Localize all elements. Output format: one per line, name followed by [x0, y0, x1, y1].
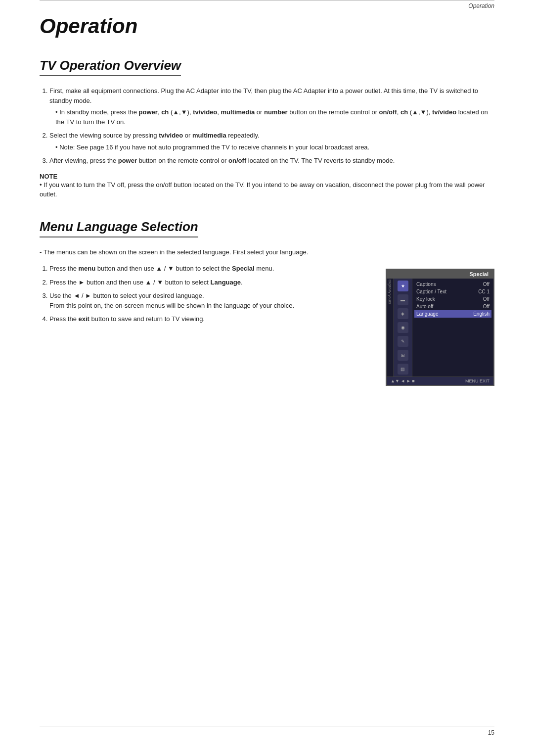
- row-value: English: [473, 311, 490, 317]
- row-label: Key lock: [416, 296, 435, 302]
- list-item: First, make all equipment connections. P…: [49, 86, 494, 127]
- row-value: Off: [483, 304, 490, 309]
- menu-lang-text: Press the menu button and then use ▲ / ▼…: [40, 264, 366, 330]
- tv-menu-header: Special: [387, 270, 493, 279]
- tv-icon-6: ⊞: [398, 350, 408, 361]
- row-label: Captions: [416, 282, 436, 287]
- row-value: CC 1: [478, 289, 490, 294]
- page-number: 15: [40, 729, 494, 736]
- row-label: Language: [416, 311, 439, 317]
- page: Operation Operation TV Operation Overvie…: [0, 0, 534, 756]
- list-item: Select the viewing source by pressing tv…: [49, 131, 494, 152]
- menu-steps-list: Press the menu button and then use ▲ / ▼…: [49, 264, 366, 324]
- tv-menu-outer: Digitally yours ★ ▬ ◈ ◉ ✎ ⊞ ▤ Ca: [387, 279, 493, 377]
- section-tv-operation: TV Operation Overview First, make all eq…: [40, 58, 494, 199]
- tv-menu-row: Auto off Off: [416, 303, 490, 310]
- tv-menu-box: Special Digitally yours ★ ▬ ◈ ◉ ✎ ⊞ ▤: [386, 269, 494, 386]
- list-item: Press the exit button to save and return…: [49, 314, 366, 324]
- sub-list: In standby mode, press the power, ch (▲,…: [55, 107, 494, 127]
- section-menu-language: Menu Language Selection The menus can be…: [40, 219, 494, 386]
- row-label: Auto off: [416, 304, 433, 309]
- tv-menu-row: Captions Off: [416, 281, 490, 288]
- sub-list-item: In standby mode, press the power, ch (▲,…: [55, 107, 494, 127]
- tv-menu-row-highlighted: Language English: [414, 310, 491, 318]
- menu-lang-content: Press the menu button and then use ▲ / ▼…: [40, 264, 494, 386]
- tv-menu-footer: ▲▼ ◄ ► ■ MENU EXIT: [387, 377, 493, 385]
- tv-icon-1: ★: [398, 281, 408, 291]
- intro-list: The menus can be shown on the screen in …: [40, 247, 494, 257]
- tv-menu-icons: ★ ▬ ◈ ◉ ✎ ⊞ ▤: [394, 279, 412, 377]
- list-item: Use the ◄ / ► button to select your desi…: [49, 291, 366, 310]
- note-text: • If you want to turn the TV off, press …: [40, 180, 494, 199]
- note-label: NOTE: [40, 173, 494, 180]
- note-block: NOTE • If you want to turn the TV off, p…: [40, 173, 494, 199]
- header-label: Operation: [40, 2, 494, 9]
- row-value: Off: [483, 296, 490, 302]
- list-item: After viewing, press the power button on…: [49, 156, 494, 166]
- tv-icon-2: ▬: [398, 294, 408, 305]
- sub-list-item: Note: See page 16 if you have not auto p…: [55, 142, 494, 152]
- footer-nav: ▲▼ ◄ ► ■: [391, 378, 415, 383]
- footer-buttons: MENU EXIT: [465, 378, 490, 383]
- bottom-rule: [40, 726, 494, 726]
- digi-text: Digitally yours: [387, 279, 394, 377]
- menu-header-label: Special: [469, 271, 489, 277]
- top-rule: [40, 0, 494, 0]
- row-value: Off: [483, 282, 490, 287]
- sub-list: Note: See page 16 if you have not auto p…: [55, 142, 494, 152]
- tv-menu-row: Key lock Off: [416, 295, 490, 303]
- tv-icon-7: ▤: [398, 364, 408, 375]
- tv-icon-3: ◈: [398, 308, 408, 319]
- intro-item: The menus can be shown on the screen in …: [40, 247, 494, 257]
- list-item: Press the ► button and then use ▲ / ▼ bu…: [49, 278, 366, 287]
- tv-menu-image: Special Digitally yours ★ ▬ ◈ ◉ ✎ ⊞ ▤: [386, 269, 494, 386]
- main-title: Operation: [40, 14, 494, 38]
- tv-icon-4: ◉: [398, 322, 408, 333]
- list-item: Press the menu button and then use ▲ / ▼…: [49, 264, 366, 274]
- row-label: Caption / Text: [416, 289, 446, 294]
- section-title-menu-language: Menu Language Selection: [40, 219, 198, 237]
- section-title-tv-operation: TV Operation Overview: [40, 58, 181, 76]
- tv-menu-items: Captions Off Caption / Text CC 1 Key loc…: [412, 279, 493, 377]
- tv-icon-5: ✎: [398, 336, 408, 347]
- tv-menu-row: Caption / Text CC 1: [416, 288, 490, 295]
- steps-list: First, make all equipment connections. P…: [49, 86, 494, 166]
